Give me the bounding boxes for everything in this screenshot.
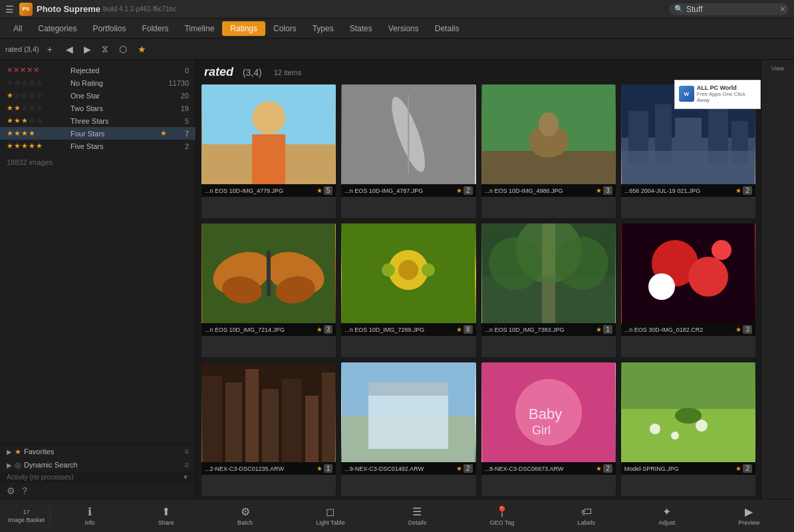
sidebar-item-one-star[interactable]: ★ ☆ ☆ ☆ ☆ One Star 20: [0, 89, 196, 102]
items-label: 12 items: [274, 68, 302, 76]
svg-rect-24: [267, 250, 271, 297]
photo-card-7[interactable]: ...n EOS 10D_IMG_7383.JPG ★ 1: [481, 223, 616, 357]
tab-ratings[interactable]: Ratings: [222, 21, 265, 36]
batch-tool[interactable]: ⚙ Batch: [232, 503, 258, 529]
nav-tabs: All Categories Portfolios Folders Timeli…: [0, 19, 794, 39]
photo-star-icon-10: ★: [456, 465, 462, 472]
tab-versions[interactable]: Versions: [380, 21, 427, 36]
two-stars-label: Two Stars: [70, 104, 169, 112]
svg-rect-46: [282, 379, 302, 462]
sidebar-favorites[interactable]: ▶ ★ Favorites ≡: [0, 445, 196, 458]
photo-star-icon-5: ★: [317, 326, 323, 333]
layers-button[interactable]: ⬡: [116, 43, 130, 56]
ad-banner[interactable]: W ALL PC World Free Apps One Click Away: [674, 80, 761, 109]
settings-icon[interactable]: ⚙: [7, 485, 15, 496]
one-star-stars: ★ ☆ ☆ ☆ ☆: [7, 91, 66, 100]
photo-card-11[interactable]: Baby Girl ...8-NEX-C3-DSC06673.ARW ★ 2: [481, 362, 616, 496]
photo-card-3[interactable]: ...n EOS 10D-IMG_4986.JPG ★ 3: [481, 84, 616, 218]
app-logo: PS: [19, 3, 33, 16]
search-icon: 🔍: [674, 5, 684, 13]
add-filter-button[interactable]: +: [45, 43, 55, 56]
favorites-menu-icon[interactable]: ≡: [184, 447, 189, 456]
sidebar-item-four-stars[interactable]: ★ ★ ★ ★ ☆ Four Stars ★ 7: [0, 127, 196, 140]
app-subtitle: build 4.1.2-p461-f6c71bc: [103, 5, 669, 13]
sidebar-dynamic-search[interactable]: ▶ ◎ Dynamic Search ≡: [0, 458, 196, 471]
ad-logo-icon: W: [679, 86, 694, 102]
dynamic-search-menu-icon[interactable]: ≡: [184, 460, 189, 469]
details-tool[interactable]: ☰ Details: [403, 503, 432, 529]
sidebar-item-five-stars[interactable]: ★ ★ ★ ★ ★ Five Stars 2: [0, 140, 196, 152]
preview-tool[interactable]: ▶ Preview: [733, 503, 765, 529]
activity-close-icon[interactable]: ▼: [182, 473, 189, 481]
filter-button[interactable]: ⧖: [99, 42, 111, 56]
photo-card-8[interactable]: ...n EOS 30D-IMG_0182.CR2 ★ 3: [621, 223, 755, 357]
tab-timeline[interactable]: Timeline: [176, 21, 222, 36]
svg-point-39: [648, 273, 675, 300]
photo-name-8: ...n EOS 30D-IMG_0182.CR2: [624, 327, 735, 333]
photo-image-10: [341, 362, 475, 462]
tab-categories[interactable]: Categories: [30, 21, 84, 36]
sidebar-item-two-stars[interactable]: ★ ★ ☆ ☆ ☆ Two Stars 19: [0, 102, 196, 114]
sub-toolbar: rated (3,4) + ◀ ▶ ⧖ ⬡ ★: [0, 39, 794, 60]
tab-portfolios[interactable]: Portfolios: [84, 21, 134, 36]
star-filter-button[interactable]: ★: [135, 43, 149, 56]
geo-tag-tool[interactable]: 📍 GEO Tag: [484, 503, 519, 529]
star-2: ☆: [14, 78, 21, 87]
search-clear-icon[interactable]: ✕: [779, 5, 786, 14]
labels-tool[interactable]: 🏷 Labels: [572, 503, 600, 529]
photo-card-5[interactable]: ...n EOS 10D_IMG_7214.JPG ★ 3: [201, 223, 336, 357]
forward-button[interactable]: ▶: [81, 43, 94, 56]
tab-states[interactable]: States: [342, 21, 380, 36]
info-tool[interactable]: ℹ Info: [80, 503, 100, 529]
dynamic-search-label: Dynamic Search: [24, 461, 184, 469]
one-star-label: One Star: [70, 92, 169, 100]
dynamic-search-icon: ◎: [15, 461, 21, 469]
star-5: ☆: [36, 104, 43, 112]
light-table-tool[interactable]: ◻ Light Table: [311, 503, 350, 529]
view-label: View: [771, 65, 784, 72]
four-stars-stars: ★ ★ ★ ★ ☆: [7, 129, 66, 138]
sidebar-item-no-rating[interactable]: ☆ ☆ ☆ ☆ ☆ No Rating 11730: [0, 76, 196, 89]
share-tool[interactable]: ⬆ Share: [153, 503, 180, 529]
activity-text: Activity (no processes): [7, 473, 182, 481]
photo-rating-7: 1: [603, 325, 612, 334]
star-4: ☆: [29, 78, 35, 87]
basket-button[interactable]: 17 Image Basket: [3, 506, 51, 526]
photo-footer-6: ...n EOS 10D_IMG_7289.JPG ★ 8: [341, 323, 475, 336]
favorites-star-icon: ★: [15, 448, 21, 456]
photo-card-2[interactable]: ...n EOS 10D-IMG_4787.JPG ★ 2: [341, 84, 475, 218]
search-input[interactable]: [686, 5, 779, 14]
ad-title: ALL PC World: [697, 84, 756, 91]
tab-all[interactable]: All: [5, 21, 30, 36]
app-name: Photo Supreme: [37, 4, 100, 14]
main-layout: ✕ ✕ ✕ ✕ ✕ Rejected 0 ☆ ☆ ☆ ☆ ☆ No Rati: [0, 60, 794, 499]
svg-point-59: [650, 424, 660, 434]
right-panel: View: [761, 60, 794, 499]
menu-icon[interactable]: ☰: [5, 4, 14, 15]
photo-card-6[interactable]: ...n EOS 10D_IMG_7289.JPG ★ 8: [341, 223, 475, 357]
images-count: 18832 images: [7, 158, 53, 166]
photo-name-1: ...n EOS 10D-IMG_4779.JPG: [205, 188, 315, 194]
help-icon[interactable]: ?: [22, 485, 27, 496]
photo-image-9: [201, 362, 336, 462]
photo-card-9[interactable]: ...2-NEX-C3-DSC01235.ARW ★ 1: [201, 362, 336, 496]
photo-card-10[interactable]: ...9-NEX-C3-DSC01492.ARW ★ 2: [341, 362, 475, 496]
dynamic-search-arrow-icon: ▶: [7, 462, 12, 469]
sidebar-item-rejected[interactable]: ✕ ✕ ✕ ✕ ✕ Rejected 0: [0, 64, 196, 76]
sidebar-item-three-stars[interactable]: ★ ★ ★ ☆ ☆ Three Stars 5: [0, 114, 196, 127]
tab-folders[interactable]: Folders: [134, 21, 176, 36]
photo-card-12[interactable]: Model-SPRING.JPG ★ 2: [621, 362, 755, 496]
photo-footer-9: ...2-NEX-C3-DSC01235.ARW ★ 1: [201, 462, 336, 475]
star-2: ✕: [13, 66, 19, 74]
photo-card-1[interactable]: ...n EOS 10D-IMG_4779.JPG ★ 5: [201, 84, 336, 218]
tab-types[interactable]: Types: [305, 21, 342, 36]
photo-footer-11: ...8-NEX-C3-DSC06673.ARW ★ 2: [481, 462, 616, 475]
tab-details[interactable]: Details: [427, 21, 467, 36]
star-3: ✕: [20, 66, 26, 74]
three-stars-stars: ★ ★ ★ ☆ ☆: [7, 116, 66, 125]
photo-footer-4: ...656 2004-JUL-19 021.JPG ★ 2: [621, 184, 755, 197]
tab-colors[interactable]: Colors: [265, 21, 305, 36]
images-count-container: 18832 images: [0, 155, 196, 170]
adjust-tool[interactable]: ✦ Adjust: [653, 503, 680, 529]
back-button[interactable]: ◀: [63, 43, 76, 56]
